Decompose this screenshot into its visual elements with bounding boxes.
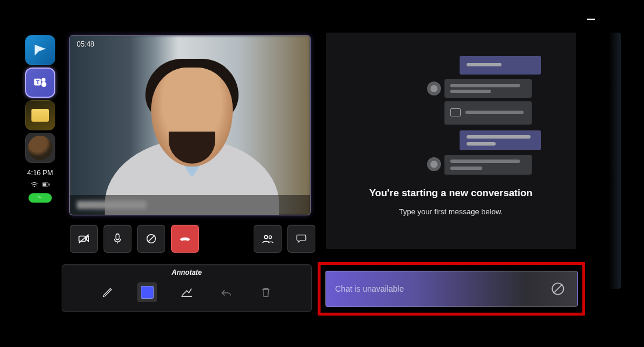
- chat-input-highlight: Chat is unavailable: [318, 262, 585, 316]
- chat-empty-heading: You're starting a new conversation: [326, 187, 576, 199]
- trash-icon: [259, 286, 272, 299]
- annotate-arrow-button[interactable]: [177, 282, 197, 302]
- hangup-icon: [179, 232, 191, 245]
- battery-icon: [42, 182, 50, 187]
- call-duration: 05:48: [77, 40, 94, 48]
- chat-icon: [295, 232, 308, 245]
- screen-off-icon: [145, 232, 158, 245]
- svg-rect-9: [116, 234, 119, 240]
- call-controls: [70, 225, 199, 253]
- camera-toggle-button[interactable]: [70, 225, 98, 253]
- arrow-shape-icon: [180, 286, 193, 299]
- system-status-icons: [30, 182, 50, 187]
- screenshare-toggle-button[interactable]: [137, 225, 165, 253]
- rail-app-teams[interactable]: T: [25, 68, 55, 98]
- teams-icon: T: [32, 75, 48, 91]
- svg-line-15: [553, 284, 562, 293]
- active-call-indicator[interactable]: [29, 193, 52, 203]
- avatar-icon: [28, 136, 52, 160]
- svg-line-11: [148, 236, 155, 242]
- undo-icon: [220, 286, 233, 299]
- people-icon: [261, 232, 274, 245]
- system-clock: 4:16 PM: [27, 169, 54, 177]
- chat-input-placeholder: Chat is unavailable: [335, 284, 404, 293]
- remote-video-feed: [70, 36, 310, 215]
- svg-rect-6: [43, 183, 46, 186]
- participants-button[interactable]: [254, 225, 282, 253]
- svg-point-13: [269, 236, 272, 239]
- annotate-color-button[interactable]: [137, 282, 157, 302]
- secondary-controls: [254, 225, 315, 253]
- annotate-title: Annotate: [172, 268, 202, 277]
- chat-toggle-button[interactable]: [287, 225, 315, 253]
- dynamics-icon: [32, 42, 48, 58]
- wifi-icon: [30, 182, 38, 187]
- chat-placeholder-illustration: [326, 33, 576, 184]
- window-edge-glow: [609, 33, 621, 289]
- app-rail: T 4:16 PM: [23, 35, 57, 203]
- annotate-tray: Annotate: [62, 264, 312, 312]
- chat-disabled-icon: [548, 279, 568, 299]
- pen-icon: [101, 286, 114, 299]
- caller-name-strip: [70, 195, 310, 215]
- annotate-pen-button[interactable]: [98, 282, 118, 302]
- end-call-button[interactable]: [171, 225, 199, 253]
- chat-empty-sub: Type your first message below.: [326, 207, 576, 216]
- svg-rect-5: [49, 183, 50, 185]
- svg-point-2: [41, 78, 45, 82]
- chat-input[interactable]: Chat is unavailable: [325, 271, 578, 307]
- color-swatch-icon: [141, 286, 154, 299]
- rail-app-files[interactable]: [25, 100, 55, 130]
- phone-icon: [37, 195, 43, 201]
- svg-text:T: T: [36, 79, 40, 85]
- microphone-toggle-button[interactable]: [104, 225, 131, 253]
- chat-panel: You're starting a new conversation Type …: [326, 33, 576, 249]
- svg-rect-3: [41, 82, 46, 87]
- microphone-icon: [111, 232, 124, 245]
- window-minimize-button[interactable]: [587, 19, 595, 20]
- svg-point-12: [265, 236, 268, 239]
- rail-contact-avatar[interactable]: [25, 133, 55, 163]
- annotate-delete-button[interactable]: [256, 282, 276, 302]
- camera-off-icon: [77, 232, 90, 245]
- folder-icon: [31, 109, 49, 122]
- rail-app-dynamics[interactable]: [25, 35, 55, 65]
- video-call-tile[interactable]: 05:48: [69, 35, 311, 215]
- annotate-undo-button[interactable]: [216, 282, 236, 302]
